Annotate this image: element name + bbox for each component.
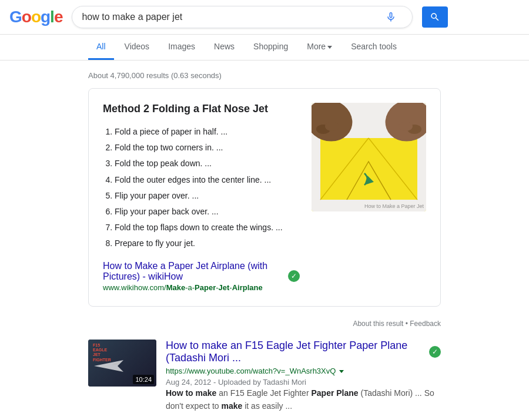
- snippet-image: How to Make a Paper Jet: [312, 103, 426, 211]
- snippet-content: Method 2 Folding a Flat Nose Jet Fold a …: [103, 103, 300, 292]
- result-title-row: How to make an F15 Eagle Jet Fighter Pap…: [166, 340, 441, 364]
- list-item: Fold the top two corners in. ...: [115, 140, 300, 155]
- video-thumbnail: F15EAGLEJETFIGHTER 10:24: [88, 340, 156, 387]
- tab-all[interactable]: All: [88, 35, 114, 60]
- svg-rect-1: [320, 138, 417, 200]
- url-dropdown-icon[interactable]: [339, 370, 344, 373]
- tab-more[interactable]: More: [299, 35, 340, 60]
- results-count: About 4,790,000 results (0.63 seconds): [88, 65, 441, 88]
- result-url-row: https://www.youtube.com/watch?v=_WnAsrh3…: [166, 367, 441, 375]
- search-button[interactable]: [422, 6, 448, 28]
- second-result: F15EAGLEJETFIGHTER 10:24 How to make an …: [88, 335, 441, 418]
- image-watermark: How to Make a Paper Jet: [364, 203, 424, 209]
- video-thumb-inner: F15EAGLEJETFIGHTER 10:24: [88, 340, 156, 387]
- tab-videos[interactable]: Videos: [116, 35, 158, 60]
- results-area: About 4,790,000 results (0.63 seconds) M…: [0, 61, 529, 420]
- nav-tabs: All Videos Images News Shopping More Sea…: [0, 35, 529, 61]
- video-duration: 10:24: [133, 375, 154, 384]
- result-url: https://www.youtube.com/watch?v=_WnAsrh3…: [166, 367, 336, 375]
- result-text-content: How to make an F15 Eagle Jet Fighter Pap…: [166, 340, 441, 413]
- result-verified-badge: ✓: [429, 346, 441, 358]
- result-title-link[interactable]: How to make an F15 Eagle Jet Fighter Pap…: [166, 340, 424, 364]
- tab-images[interactable]: Images: [160, 35, 203, 60]
- header: Google: [0, 0, 529, 35]
- logo-o1: o: [22, 8, 31, 26]
- plane-silhouette: [94, 354, 126, 375]
- tab-news[interactable]: News: [206, 35, 243, 60]
- logo-g2: g: [41, 8, 50, 26]
- snippet-link-title[interactable]: How to Make a Paper Jet Airplane (with P…: [103, 261, 267, 281]
- result-snippet: How to make an F15 Eagle Jet Fighter Pap…: [166, 387, 441, 413]
- more-chevron-down-icon: [327, 46, 332, 49]
- list-item: Flip your paper back over. ...: [115, 204, 300, 219]
- snippet-list: Fold a piece of paper in half. ... Fold …: [103, 125, 300, 251]
- mic-icon[interactable]: [385, 11, 397, 23]
- featured-snippet: Method 2 Folding a Flat Nose Jet Fold a …: [88, 88, 441, 307]
- search-bar: [72, 6, 413, 28]
- list-item: Fold a piece of paper in half. ...: [115, 125, 300, 139]
- snippet-link: How to Make a Paper Jet Airplane (with P…: [103, 261, 300, 292]
- snippet-url: www.wikihow.com/Make-a-Paper-Jet-Airplan…: [103, 283, 283, 292]
- result-with-thumbnail: F15EAGLEJETFIGHTER 10:24 How to make an …: [88, 340, 441, 413]
- list-item: Fold the outer edges into the center lin…: [115, 173, 300, 187]
- tab-shopping[interactable]: Shopping: [245, 35, 296, 60]
- search-icon: [430, 12, 440, 22]
- logo-e: e: [54, 8, 63, 26]
- svg-point-9: [399, 122, 413, 131]
- svg-point-6: [325, 122, 339, 131]
- list-item: Fold the top flaps down to create the wi…: [115, 220, 300, 235]
- logo-o2: o: [31, 8, 41, 26]
- verified-badge: ✓: [288, 270, 300, 282]
- list-item: Flip your paper over. ...: [115, 189, 300, 203]
- logo-l: l: [50, 8, 54, 26]
- result-date: Aug 24, 2012 - Uploaded by Tadashi Mori: [166, 378, 441, 387]
- list-item: Prepare to fly your jet.: [115, 236, 300, 251]
- paper-fold-image: [312, 103, 426, 211]
- list-item: Fold the top peak down. ...: [115, 156, 300, 171]
- tab-search-tools[interactable]: Search tools: [343, 35, 405, 60]
- search-input[interactable]: [82, 12, 385, 22]
- snippet-title: Method 2 Folding a Flat Nose Jet: [103, 103, 300, 115]
- logo-g: G: [9, 8, 22, 26]
- google-logo: Google: [9, 8, 62, 26]
- about-result-text: About this result • Feedback: [88, 316, 441, 335]
